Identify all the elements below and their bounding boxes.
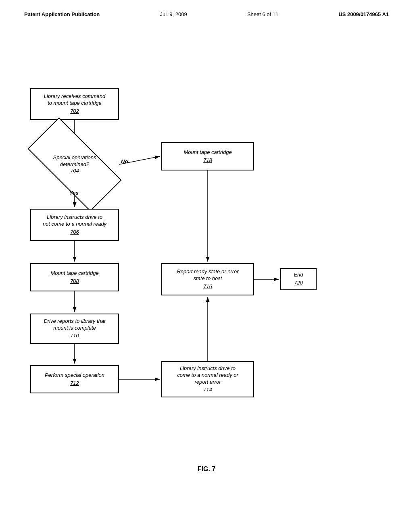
date-label: Jul. 9, 2009 bbox=[160, 11, 187, 17]
ref-706: 706 bbox=[70, 229, 79, 236]
figure-label: FIG. 7 bbox=[198, 466, 215, 473]
ref-718: 718 bbox=[203, 157, 212, 164]
ref-708: 708 bbox=[70, 278, 79, 285]
patent-number-label: US 2009/0174965 A1 bbox=[338, 11, 389, 17]
node-708: Mount tape cartridge 708 bbox=[30, 263, 119, 291]
node-712: Perform special operation 712 bbox=[30, 365, 119, 393]
node-706: Library instructs drive tonot come to a … bbox=[30, 209, 119, 241]
publication-label: Patent Application Publication bbox=[24, 11, 100, 17]
sheet-label: Sheet 6 of 11 bbox=[247, 11, 278, 17]
no-label: No bbox=[121, 158, 128, 164]
diagram-area: Library receives commandto mount tape ca… bbox=[0, 25, 413, 489]
ref-720: 720 bbox=[294, 280, 303, 287]
page-header: Patent Application Publication Jul. 9, 2… bbox=[0, 0, 413, 17]
node-720: End 720 bbox=[280, 268, 317, 290]
ref-716: 716 bbox=[203, 283, 212, 290]
ref-710: 710 bbox=[70, 332, 79, 339]
node-704: Special operationsdetermined? 704 bbox=[30, 142, 119, 187]
node-702: Library receives commandto mount tape ca… bbox=[30, 88, 119, 120]
node-710: Drive reports to library thatmount is co… bbox=[30, 314, 119, 344]
yes-label: Yes bbox=[69, 190, 79, 196]
node-718: Mount tape cartridge 718 bbox=[161, 142, 254, 170]
node-716: Report ready state or errorstate to host… bbox=[161, 263, 254, 295]
node-714: Library instructs drive tocome to a norm… bbox=[161, 361, 254, 397]
ref-714: 714 bbox=[203, 387, 212, 393]
ref-702: 702 bbox=[70, 108, 79, 115]
ref-712: 712 bbox=[70, 380, 79, 387]
